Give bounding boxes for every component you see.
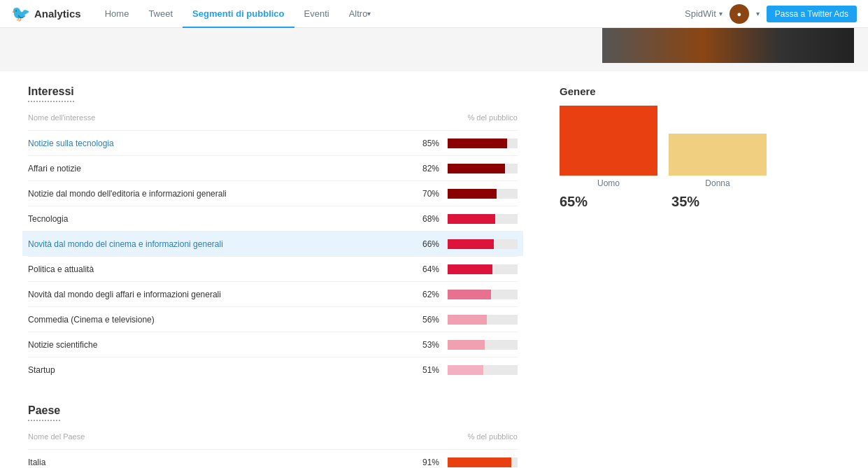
bar-container [448,239,518,249]
logo: 🐦 Analytics [11,5,81,23]
bar-fill [448,214,495,224]
female-label: Donna [705,178,730,188]
bar-fill [448,365,483,375]
bar-container [448,164,518,173]
right-panel: Genere UomoDonna 65% 35% [546,71,825,468]
nav-right: SpidWit ▾ ● ▾ Passa a Twitter Ads [685,4,857,24]
account-menu[interactable]: SpidWit ▾ [685,8,723,19]
top-navigation: 🐦 Analytics Home Tweet Segmenti di pubbl… [0,0,868,28]
interest-name: Startup [28,365,404,375]
interest-name[interactable]: Notizie sulla tecnologia [28,139,404,148]
table-row: Tecnologia68% [28,206,518,231]
female-bar [669,134,767,176]
interests-col-headers: Nome dell'interesse % del pubblico [28,113,518,125]
bar-fill [448,290,491,299]
gender-title: Genere [560,85,811,97]
table-row: Notizie scientifiche53% [28,332,518,357]
bar-container [448,340,518,350]
interest-pct: 51% [404,365,439,375]
table-row: Novità dal mondo del cinema e informazio… [22,231,523,256]
bar-fill [448,139,507,148]
nav-altro[interactable]: Altro ▾ [339,0,381,28]
male-pct: 65% [560,194,588,210]
col-name-label: Nome dell'interesse [28,113,95,122]
table-row: Affari e notizie82% [28,155,518,180]
bar-container [448,458,518,467]
twitter-bird-icon: 🐦 [11,5,30,23]
altro-chevron-icon: ▾ [367,10,371,17]
bar-container [448,214,518,224]
table-row: Notizie dal mondo dell'editoria e inform… [28,180,518,206]
table-row: Politica e attualità64% [28,256,518,281]
interest-name: Affari e notizie [28,164,404,173]
interests-section: Interessi Nome dell'interesse % del pubb… [28,85,518,382]
table-row: Startup51% [28,357,518,382]
interest-pct: 56% [404,315,439,325]
bar-container [448,315,518,325]
nav-home[interactable]: Home [95,0,139,28]
bar-fill [448,264,492,274]
bar-container [448,365,518,375]
interest-pct: 70% [404,189,439,199]
interest-pct: 64% [404,264,439,274]
bar-container [448,189,518,199]
interest-pct: 62% [404,290,439,299]
bar-container [448,264,518,274]
bar-fill [448,458,511,467]
notification-icon[interactable]: ● [730,4,749,24]
bar-container [448,139,518,148]
interest-pct: 66% [404,239,439,249]
bar-fill [448,189,497,199]
country-col-headers: Nome del Paese % del pubblico [28,432,518,444]
female-pct: 35% [671,194,699,210]
interest-pct: 91% [404,458,439,467]
table-row: Commedia (Cinema e televisione)56% [28,306,518,332]
interests-rows: Notizie sulla tecnologia85%Affari e noti… [28,130,518,382]
country-title: Paese [28,404,60,421]
table-row: Novità dal mondo degli affari e informaz… [28,281,518,306]
interest-name[interactable]: Novità dal mondo del cinema e informazio… [28,239,404,249]
country-col-pct-label: % del pubblico [467,432,518,441]
male-bar-wrap: Uomo [560,106,657,188]
nav-eventi[interactable]: Eventi [294,0,339,28]
nav-tweet[interactable]: Tweet [138,0,183,28]
interest-pct: 82% [404,164,439,173]
bar-fill [448,315,487,325]
bar-fill [448,164,505,173]
extra-chevron-icon: ▾ [756,10,760,17]
bar-fill [448,239,494,249]
gender-bars: UomoDonna [560,106,811,188]
bar-fill [448,340,485,350]
interest-pct: 68% [404,214,439,224]
table-row: Notizie sulla tecnologia85% [28,130,518,155]
bar-container [448,290,518,299]
account-chevron-icon: ▾ [719,10,723,17]
country-section: Paese Nome del Paese % del pubblico Ital… [28,404,518,468]
country-rows: Italia91%Stati Uniti2% [28,449,518,468]
table-row: Italia91% [28,449,518,468]
thumbnail-image [602,28,854,63]
notification-badge: ● [730,4,749,24]
interest-name: Politica e attualità [28,264,404,274]
country-col-name-label: Nome del Paese [28,432,85,441]
twitter-ads-button[interactable]: Passa a Twitter Ads [767,6,857,22]
interest-pct: 85% [404,139,439,148]
interest-name: Novità dal mondo degli affari e informaz… [28,290,404,299]
interest-pct: 53% [404,340,439,350]
gender-percentages: 65% 35% [560,194,811,210]
female-bar-wrap: Donna [669,134,767,188]
male-label: Uomo [597,178,620,188]
account-name: SpidWit [685,8,716,19]
interest-name: Notizie scientifiche [28,340,404,350]
page-layout: Interessi Nome dell'interesse % del pubb… [0,71,868,468]
interest-name: Commedia (Cinema e televisione) [28,315,404,325]
interest-name: Italia [28,458,404,467]
male-bar [560,106,657,176]
app-title: Analytics [34,8,81,20]
interest-name: Tecnologia [28,214,404,224]
interests-title: Interessi [28,85,74,102]
nav-segmenti[interactable]: Segmenti di pubblico [183,0,294,28]
nav-links: Home Tweet Segmenti di pubblico Eventi A… [95,0,381,27]
col-pct-label: % del pubblico [467,113,518,122]
interest-name: Notizie dal mondo dell'editoria e inform… [28,189,404,199]
